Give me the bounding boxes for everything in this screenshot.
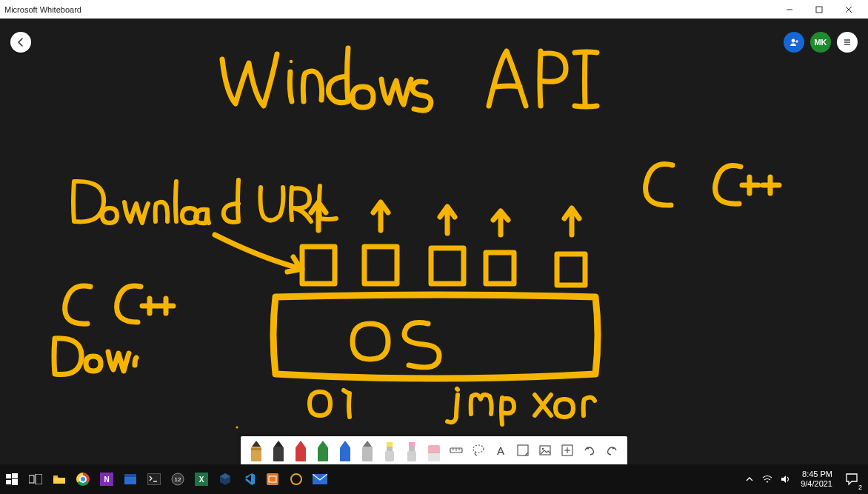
- svg-rect-22: [6, 480, 11, 484]
- close-button[interactable]: [834, 0, 864, 19]
- taskbar-virtualbox[interactable]: [213, 464, 237, 494]
- svg-rect-1: [816, 7, 822, 13]
- svg-rect-26: [53, 475, 58, 478]
- onenote-icon: N: [100, 473, 113, 486]
- ink-right-langs: [646, 164, 779, 205]
- window-titlebar: Microsoft Whiteboard: [0, 0, 868, 19]
- svg-text:12: 12: [175, 476, 181, 483]
- circle-icon: [289, 472, 304, 487]
- svg-point-13: [473, 445, 484, 453]
- action-center[interactable]: 2: [841, 464, 862, 494]
- cube-icon: [218, 472, 233, 487]
- note-tool[interactable]: [512, 438, 534, 463]
- ink-download-url: [73, 180, 336, 223]
- svg-rect-21: [12, 473, 18, 478]
- app-icon: 12: [170, 472, 185, 487]
- ink-os-label: [353, 323, 439, 367]
- tray-sound[interactable]: [778, 464, 792, 494]
- terminal-icon: [147, 473, 161, 485]
- eraser-tool[interactable]: [423, 438, 445, 463]
- window-title: Microsoft Whiteboard: [4, 5, 81, 14]
- svg-point-34: [291, 474, 301, 484]
- pen-tool-1[interactable]: [245, 438, 267, 463]
- minimize-button[interactable]: [775, 0, 804, 19]
- redo-button[interactable]: [601, 438, 623, 463]
- speaker-icon: [780, 474, 790, 484]
- pen-tool-3[interactable]: [290, 438, 312, 463]
- calendar-icon: [123, 472, 138, 487]
- svg-rect-32: [267, 473, 278, 485]
- clock-time: 8:45 PM: [801, 470, 832, 479]
- ruler-tool[interactable]: [445, 438, 467, 463]
- ink-dot: [236, 427, 238, 429]
- chrome-icon: [76, 473, 90, 486]
- highlighter-pink[interactable]: [401, 438, 423, 463]
- vscode-icon: [241, 472, 256, 487]
- mail-icon: [313, 472, 327, 487]
- svg-rect-23: [12, 479, 18, 485]
- whiteboard-app: MK: [0, 19, 868, 464]
- taskbar-app-circle[interactable]: [284, 464, 308, 494]
- ink-opcodes: [310, 389, 595, 424]
- ink-arrow-download: [215, 235, 302, 272]
- ink-title: [222, 48, 597, 110]
- task-view-icon: [28, 472, 43, 487]
- taskbar-clock[interactable]: 8:45 PM 9/4/2021: [796, 470, 837, 488]
- tray-overflow[interactable]: [743, 464, 756, 494]
- taskbar-chrome[interactable]: [71, 464, 95, 494]
- pen-tool-4[interactable]: [312, 438, 334, 463]
- windows-taskbar: N 12 X 8:45 PM 9/4/2021 2: [0, 464, 868, 494]
- taskbar-app-1[interactable]: [118, 464, 142, 494]
- taskbar-app-orange[interactable]: [261, 464, 284, 494]
- tray-network[interactable]: [761, 464, 774, 494]
- taskbar-excel[interactable]: X: [190, 464, 213, 494]
- maximize-button[interactable]: [804, 0, 834, 19]
- plus-square-icon: [561, 444, 574, 457]
- clock-date: 9/4/2021: [801, 479, 832, 489]
- svg-rect-24: [29, 475, 34, 483]
- image-tool[interactable]: [534, 438, 556, 463]
- svg-rect-25: [36, 474, 42, 484]
- svg-point-16: [542, 448, 544, 450]
- square-icon: [265, 472, 280, 487]
- chevron-up-icon: [746, 475, 753, 483]
- excel-icon: X: [195, 473, 208, 486]
- task-view-button[interactable]: [24, 464, 47, 494]
- redo-icon: [605, 444, 618, 457]
- pen-tool-2[interactable]: [267, 438, 290, 463]
- taskbar-onenote[interactable]: N: [95, 464, 118, 494]
- undo-icon: [583, 444, 596, 457]
- text-tool[interactable]: A: [490, 438, 512, 463]
- lasso-tool[interactable]: [467, 438, 490, 463]
- windows-icon: [4, 472, 19, 487]
- taskbar-explorer[interactable]: [47, 464, 71, 494]
- pen-toolbar: A: [241, 436, 627, 464]
- lasso-icon: [471, 443, 486, 458]
- add-tool[interactable]: [556, 438, 578, 463]
- folder-icon: [52, 472, 67, 487]
- highlighter-yellow[interactable]: [378, 438, 401, 463]
- ruler-icon: [449, 443, 464, 458]
- note-icon: [516, 444, 530, 457]
- svg-point-8: [290, 60, 293, 63]
- whiteboard-canvas[interactable]: [0, 19, 868, 464]
- ink-api-boxes: [302, 202, 585, 285]
- taskbar-terminal[interactable]: [142, 464, 166, 494]
- start-button[interactable]: [0, 464, 24, 494]
- image-icon: [538, 444, 552, 457]
- wifi-icon: [762, 475, 772, 484]
- undo-button[interactable]: [578, 438, 601, 463]
- taskbar-mail[interactable]: [308, 464, 332, 494]
- text-icon: A: [497, 444, 504, 457]
- svg-rect-20: [6, 474, 11, 478]
- pen-tool-6[interactable]: [356, 438, 378, 463]
- notification-icon: [845, 473, 858, 486]
- ink-left-langs: [54, 286, 173, 375]
- pen-tool-5[interactable]: [334, 438, 356, 463]
- taskbar-vscode[interactable]: [237, 464, 261, 494]
- notification-badge: 2: [858, 484, 862, 491]
- taskbar-app-badge[interactable]: 12: [166, 464, 190, 494]
- svg-rect-28: [124, 474, 136, 477]
